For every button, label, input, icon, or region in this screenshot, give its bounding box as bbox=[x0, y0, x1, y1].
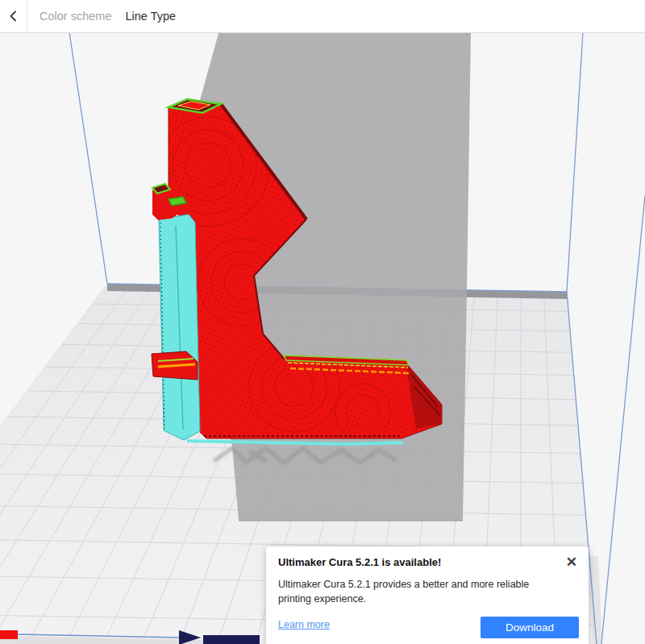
support-notch bbox=[152, 351, 198, 380]
notification-body: Ultimaker Cura 5.2.1 provides a better a… bbox=[278, 577, 559, 606]
notification-title: Ultimaker Cura 5.2.1 is available! bbox=[278, 556, 441, 568]
update-notification: Ultimaker Cura 5.2.1 is available! ✕ Ult… bbox=[266, 546, 589, 644]
back-button[interactable] bbox=[0, 0, 27, 32]
chevron-left-icon bbox=[7, 10, 20, 23]
learn-more-link[interactable]: Learn more bbox=[278, 619, 330, 630]
line-type-dropdown[interactable]: Line Type bbox=[125, 10, 176, 23]
sim-slider-bar[interactable] bbox=[203, 635, 260, 644]
close-button[interactable]: ✕ bbox=[563, 552, 580, 572]
topbar-divider bbox=[27, 0, 27, 32]
preview-topbar: Color scheme Line Type bbox=[0, 0, 645, 33]
download-button[interactable]: Download bbox=[481, 617, 579, 638]
color-scheme-label: Color scheme bbox=[40, 10, 111, 23]
close-icon: ✕ bbox=[566, 555, 577, 570]
sim-slider-start-marker[interactable] bbox=[0, 630, 18, 639]
